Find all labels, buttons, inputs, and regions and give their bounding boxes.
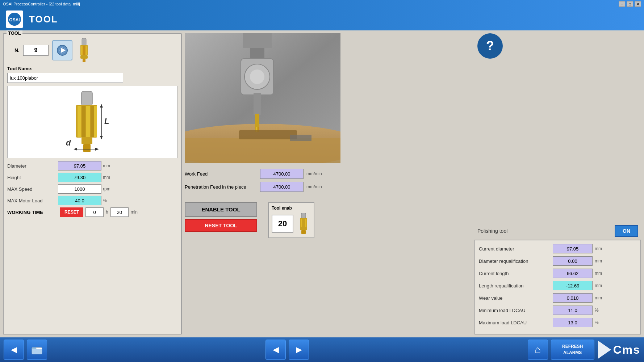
diameter-value[interactable]: 97.05 [58, 161, 101, 171]
wear-value[interactable]: 0.010 [553, 293, 593, 303]
svg-text:OSAI: OSAI [9, 17, 20, 22]
time-hours-input[interactable] [85, 207, 104, 217]
min-load-label: Minimum load LDCAU [479, 308, 551, 313]
svg-rect-8 [85, 46, 87, 55]
work-feed-unit: mm/min [306, 171, 322, 176]
penetration-feed-value[interactable]: 4700.00 [260, 182, 304, 192]
svg-rect-16 [86, 106, 90, 137]
tool-number-input[interactable]: 9 [23, 45, 49, 56]
camera-placeholder [185, 33, 340, 163]
main-content: TOOL N. 9 [0, 30, 644, 337]
work-feed-value[interactable]: 4700.00 [260, 169, 304, 179]
svg-rect-17 [91, 106, 94, 137]
tool-name-input[interactable] [7, 73, 123, 83]
bottom-toolbar: ◀ ◀ ▶ ⌂ REFRESH ALARMS Cms [0, 337, 644, 362]
polishing-on-button[interactable]: ON [615, 225, 638, 237]
penetration-feed-label: Penetration Feed in the piece [185, 184, 257, 190]
folder-button[interactable] [27, 340, 47, 360]
home-icon: ⌂ [535, 344, 541, 355]
current-diameter-row: Current diameter 97.05 mm [479, 244, 637, 253]
work-feed-label: Work Feed [185, 171, 257, 177]
tool-enab-box: Tool enab 20 [268, 202, 314, 238]
max-motor-load-value[interactable]: 40.0 [58, 196, 101, 205]
nav-next-button[interactable]: ▶ [289, 340, 309, 360]
title-bar: OSAI ProcessController - [22 tool data_m… [0, 0, 644, 8]
svg-rect-42 [290, 135, 311, 141]
app-title: TOOL [29, 14, 58, 25]
left-panel-title: TOOL [7, 30, 22, 36]
minimize-button[interactable]: − [619, 1, 625, 7]
diameter-requalification-label: Diameter requalification [479, 258, 551, 264]
min-load-row: Minimum load LDCAU 11.0 % [479, 306, 637, 315]
current-diameter-value[interactable]: 97.05 [553, 244, 593, 253]
length-requalification-label: Length requalification [479, 283, 551, 289]
length-requalification-value[interactable]: -12.69 [553, 281, 593, 290]
working-time-label: WORKING TIME [7, 210, 58, 215]
reset-button[interactable]: RESET [60, 207, 83, 217]
svg-rect-18 [94, 106, 97, 137]
current-diameter-label: Current diameter [479, 246, 551, 252]
svg-rect-33 [250, 48, 264, 59]
current-diameter-unit: mm [594, 246, 609, 251]
max-speed-value[interactable]: 1000 [58, 184, 101, 194]
svg-rect-48 [301, 230, 306, 234]
polishing-row: Polishing tool ON [474, 225, 641, 237]
svg-rect-9 [83, 46, 85, 55]
tool-enab-icon [296, 213, 311, 235]
time-min-unit: min [131, 210, 138, 215]
tool-diagram: L d [7, 86, 177, 158]
svg-rect-47 [300, 228, 307, 230]
help-icon: ? [486, 38, 494, 54]
svg-rect-12 [81, 91, 92, 106]
svg-rect-11 [83, 59, 85, 62]
max-motor-load-label: MAX Motor Load [7, 198, 58, 203]
close-button[interactable]: ✕ [635, 1, 641, 7]
current-length-value[interactable]: 66.62 [553, 269, 593, 278]
wear-value-unit: mm [594, 295, 609, 300]
play-button[interactable] [52, 40, 72, 60]
left-panel: TOOL N. 9 [3, 33, 182, 334]
help-button[interactable]: ? [477, 33, 503, 59]
window-controls[interactable]: − □ ✕ [619, 1, 641, 7]
svg-rect-10 [80, 56, 88, 59]
middle-panel: Work Feed 4700.00 mm/min Penetration Fee… [185, 33, 472, 334]
back-button[interactable]: ◀ [4, 340, 24, 360]
svg-rect-31 [185, 138, 340, 163]
tool-n-label: N. [14, 47, 20, 53]
current-length-label: Current length [479, 271, 551, 276]
tool-enab-title: Tool enab [272, 206, 311, 211]
svg-rect-5 [82, 38, 86, 46]
max-load-unit: % [594, 320, 609, 325]
time-minutes-input[interactable] [110, 207, 129, 217]
refresh-alarms-button[interactable]: REFRESH ALARMS [551, 340, 594, 360]
nav-prev-button[interactable]: ◀ [265, 340, 286, 360]
right-spacer [474, 62, 641, 222]
home-button[interactable]: ⌂ [528, 340, 548, 360]
work-feed-row: Work Feed 4700.00 mm/min [185, 169, 472, 179]
height-value[interactable]: 79.30 [58, 173, 101, 182]
svg-text:L: L [104, 117, 109, 126]
svg-rect-37 [254, 93, 261, 115]
svg-marker-52 [598, 341, 611, 359]
svg-rect-14 [78, 106, 81, 137]
diameter-requalification-unit: mm [594, 258, 609, 264]
reset-tool-button[interactable]: RESET TOOL [185, 219, 257, 232]
min-load-value[interactable]: 11.0 [553, 306, 593, 315]
svg-rect-46 [305, 219, 306, 227]
max-load-value[interactable]: 13.0 [553, 318, 593, 327]
length-requalification-row: Length requalification -12.69 mm [479, 281, 637, 290]
svg-point-36 [250, 70, 264, 84]
max-load-label: Maximum load LDCAU [479, 320, 551, 325]
svg-rect-41 [239, 130, 297, 139]
maximize-button[interactable]: □ [627, 1, 633, 7]
enable-tool-button[interactable]: ENABLE TOOL [185, 202, 257, 217]
diameter-requalification-row: Diameter requalification 0.00 mm [479, 256, 637, 266]
diameter-requalification-value[interactable]: 0.00 [553, 256, 593, 266]
length-requalification-unit: mm [594, 283, 609, 288]
working-time-row: WORKING TIME RESET h min [7, 207, 177, 217]
max-load-row: Maximum load LDCAU 13.0 % [479, 318, 637, 327]
svg-rect-43 [301, 213, 306, 219]
app-header: OSAI TOOL [0, 8, 644, 30]
tool-icon [76, 38, 92, 63]
max-motor-load-unit: % [101, 198, 120, 203]
